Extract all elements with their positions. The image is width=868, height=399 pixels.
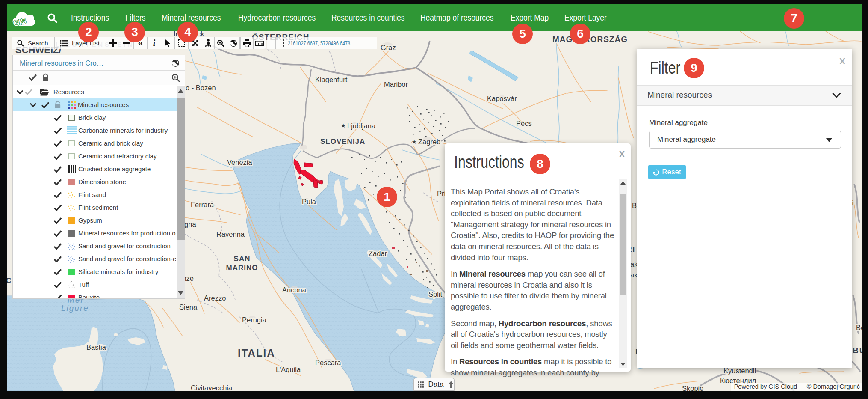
svg-text:ак: ак	[630, 271, 638, 279]
svg-text:SLOVENIJA: SLOVENIJA	[320, 137, 365, 146]
svg-text:★: ★	[341, 122, 346, 129]
svg-text:Siena: Siena	[179, 303, 198, 311]
svg-text:Klagenfurt: Klagenfurt	[315, 76, 348, 83]
svg-text:Perugia: Perugia	[242, 316, 267, 324]
svg-text:BU: BU	[853, 346, 862, 355]
svg-text:o - Bozen: o - Bozen	[186, 84, 216, 92]
svg-text:ITALIA: ITALIA	[238, 347, 275, 359]
svg-text:Split: Split	[428, 290, 443, 298]
svg-text:MARINO: MARINO	[226, 264, 258, 272]
svg-text:Kaposvár: Kaposvár	[487, 95, 517, 102]
svg-text:Arezzo: Arezzo	[204, 294, 226, 302]
svg-text:Pula: Pula	[302, 198, 316, 205]
svg-text:Zagreb: Zagreb	[418, 138, 440, 146]
svg-text:★: ★	[412, 139, 417, 145]
svg-text:Civitavecchia: Civitavecchia	[191, 384, 233, 391]
svg-text:Graz: Graz	[381, 44, 396, 51]
svg-text:Venezia: Venezia	[227, 158, 253, 166]
svg-text:Bastia: Bastia	[86, 343, 106, 351]
svg-text:Ljubljana: Ljubljana	[347, 122, 376, 130]
svg-text:Ravenna: Ravenna	[216, 230, 245, 238]
svg-text:GIS: GIS	[12, 16, 27, 28]
svg-text:Ferrara: Ferrara	[191, 201, 214, 208]
svg-text:SAN: SAN	[234, 255, 251, 263]
svg-text:Ligure: Ligure	[61, 304, 89, 313]
svg-text:L'Aquila: L'Aquila	[276, 366, 301, 373]
svg-text:Be: Be	[856, 324, 862, 331]
svg-text:Ancona: Ancona	[282, 286, 307, 294]
svg-text:Pécs: Pécs	[516, 119, 532, 127]
svg-text:Maribor: Maribor	[384, 80, 408, 88]
svg-text:Pescara: Pescara	[315, 359, 341, 366]
svg-text:Zadar: Zadar	[369, 250, 387, 257]
svg-text:Skopje: Skopje	[682, 384, 703, 391]
